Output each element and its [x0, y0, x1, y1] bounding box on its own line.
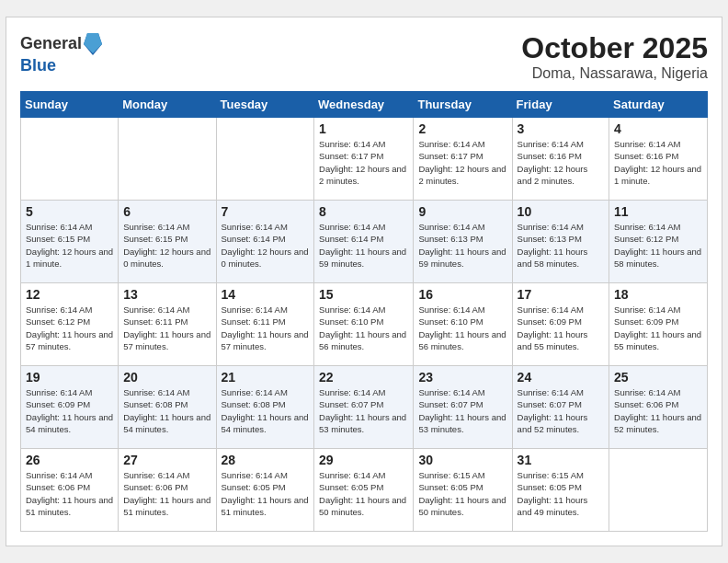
day-number: 10	[518, 204, 604, 219]
day-number: 30	[418, 453, 506, 467]
calendar-cell: 21Sunrise: 6:14 AM Sunset: 6:08 PM Dayli…	[216, 366, 314, 449]
day-info: Sunrise: 6:14 AM Sunset: 6:17 PM Dayligh…	[319, 138, 408, 187]
day-info: Sunrise: 6:14 AM Sunset: 6:13 PM Dayligh…	[418, 221, 506, 270]
title-section: October 2025 Doma, Nassarawa, Nigeria	[521, 31, 708, 82]
day-info: Sunrise: 6:14 AM Sunset: 6:10 PM Dayligh…	[418, 304, 506, 352]
calendar-cell	[609, 449, 708, 532]
calendar-cell: 8Sunrise: 6:14 AM Sunset: 6:14 PM Daylig…	[314, 201, 414, 283]
day-number: 3	[518, 121, 604, 136]
week-row-2: 5Sunrise: 6:14 AM Sunset: 6:15 PM Daylig…	[21, 201, 708, 283]
day-info: Sunrise: 6:14 AM Sunset: 6:09 PM Dayligh…	[614, 304, 702, 352]
week-row-4: 19Sunrise: 6:14 AM Sunset: 6:09 PM Dayli…	[21, 366, 708, 449]
month-title: October 2025	[521, 31, 708, 65]
day-info: Sunrise: 6:14 AM Sunset: 6:09 PM Dayligh…	[518, 304, 604, 352]
day-number: 23	[418, 370, 506, 385]
calendar-grid: SundayMondayTuesdayWednesdayThursdayFrid…	[20, 91, 708, 532]
logo-blue: Blue	[20, 57, 102, 75]
calendar-cell: 25Sunrise: 6:14 AM Sunset: 6:06 PM Dayli…	[609, 366, 708, 449]
calendar-cell: 19Sunrise: 6:14 AM Sunset: 6:09 PM Dayli…	[21, 366, 119, 449]
day-number: 27	[123, 453, 210, 467]
day-number: 6	[123, 204, 210, 219]
day-number: 2	[418, 121, 506, 136]
day-info: Sunrise: 6:14 AM Sunset: 6:07 PM Dayligh…	[319, 386, 408, 435]
day-info: Sunrise: 6:15 AM Sunset: 6:05 PM Dayligh…	[418, 469, 506, 518]
day-info: Sunrise: 6:14 AM Sunset: 6:05 PM Dayligh…	[222, 469, 310, 518]
day-number: 22	[319, 370, 408, 385]
day-info: Sunrise: 6:14 AM Sunset: 6:06 PM Dayligh…	[614, 386, 702, 435]
weekday-header-monday: Monday	[119, 92, 216, 118]
day-number: 13	[123, 287, 210, 302]
day-info: Sunrise: 6:14 AM Sunset: 6:06 PM Dayligh…	[26, 469, 113, 518]
calendar-cell: 9Sunrise: 6:14 AM Sunset: 6:13 PM Daylig…	[414, 201, 512, 283]
day-info: Sunrise: 6:14 AM Sunset: 6:12 PM Dayligh…	[614, 221, 702, 270]
weekday-header-tuesday: Tuesday	[216, 92, 314, 118]
day-number: 14	[222, 287, 310, 302]
day-number: 19	[26, 370, 113, 385]
calendar-cell: 30Sunrise: 6:15 AM Sunset: 6:05 PM Dayli…	[414, 449, 512, 532]
logo-text: General Blue	[20, 31, 102, 75]
day-number: 17	[518, 287, 604, 302]
calendar-cell: 10Sunrise: 6:14 AM Sunset: 6:13 PM Dayli…	[512, 201, 609, 283]
calendar-cell: 3Sunrise: 6:14 AM Sunset: 6:16 PM Daylig…	[512, 118, 609, 201]
calendar-cell: 6Sunrise: 6:14 AM Sunset: 6:15 PM Daylig…	[119, 201, 216, 283]
day-info: Sunrise: 6:15 AM Sunset: 6:05 PM Dayligh…	[518, 469, 604, 518]
weekday-header-wednesday: Wednesday	[314, 92, 414, 118]
calendar-cell: 27Sunrise: 6:14 AM Sunset: 6:06 PM Dayli…	[119, 449, 216, 532]
day-info: Sunrise: 6:14 AM Sunset: 6:15 PM Dayligh…	[26, 221, 113, 270]
calendar-cell: 28Sunrise: 6:14 AM Sunset: 6:05 PM Dayli…	[216, 449, 314, 532]
day-number: 24	[518, 370, 604, 385]
day-number: 31	[518, 453, 604, 467]
day-number: 26	[26, 453, 113, 467]
calendar-cell: 14Sunrise: 6:14 AM Sunset: 6:11 PM Dayli…	[216, 283, 314, 366]
day-number: 25	[614, 370, 702, 385]
day-info: Sunrise: 6:14 AM Sunset: 6:07 PM Dayligh…	[518, 386, 604, 435]
calendar-cell: 15Sunrise: 6:14 AM Sunset: 6:10 PM Dayli…	[314, 283, 414, 366]
day-info: Sunrise: 6:14 AM Sunset: 6:11 PM Dayligh…	[123, 304, 210, 352]
calendar-cell: 24Sunrise: 6:14 AM Sunset: 6:07 PM Dayli…	[512, 366, 609, 449]
day-info: Sunrise: 6:14 AM Sunset: 6:09 PM Dayligh…	[26, 386, 113, 435]
day-number: 15	[319, 287, 408, 302]
calendar-cell	[119, 118, 216, 201]
day-number: 29	[319, 453, 408, 467]
day-info: Sunrise: 6:14 AM Sunset: 6:07 PM Dayligh…	[418, 386, 506, 435]
calendar-cell: 17Sunrise: 6:14 AM Sunset: 6:09 PM Dayli…	[512, 283, 609, 366]
day-number: 16	[418, 287, 506, 302]
location-title: Doma, Nassarawa, Nigeria	[521, 65, 708, 82]
weekday-header-saturday: Saturday	[609, 92, 708, 118]
calendar-cell: 29Sunrise: 6:14 AM Sunset: 6:05 PM Dayli…	[314, 449, 414, 532]
calendar-cell: 23Sunrise: 6:14 AM Sunset: 6:07 PM Dayli…	[414, 366, 512, 449]
day-info: Sunrise: 6:14 AM Sunset: 6:16 PM Dayligh…	[614, 138, 702, 187]
day-info: Sunrise: 6:14 AM Sunset: 6:11 PM Dayligh…	[222, 304, 310, 352]
calendar-cell: 4Sunrise: 6:14 AM Sunset: 6:16 PM Daylig…	[609, 118, 708, 201]
day-info: Sunrise: 6:14 AM Sunset: 6:14 PM Dayligh…	[222, 221, 310, 270]
day-number: 28	[222, 453, 310, 467]
day-number: 20	[123, 370, 210, 385]
calendar-cell	[216, 118, 314, 201]
week-row-1: 1Sunrise: 6:14 AM Sunset: 6:17 PM Daylig…	[21, 118, 708, 201]
weekday-header-sunday: Sunday	[21, 92, 119, 118]
day-info: Sunrise: 6:14 AM Sunset: 6:14 PM Dayligh…	[319, 221, 408, 270]
calendar-cell: 12Sunrise: 6:14 AM Sunset: 6:12 PM Dayli…	[21, 283, 119, 366]
day-info: Sunrise: 6:14 AM Sunset: 6:08 PM Dayligh…	[123, 386, 210, 435]
calendar-cell: 1Sunrise: 6:14 AM Sunset: 6:17 PM Daylig…	[314, 118, 414, 201]
day-info: Sunrise: 6:14 AM Sunset: 6:16 PM Dayligh…	[518, 138, 604, 187]
week-row-5: 26Sunrise: 6:14 AM Sunset: 6:06 PM Dayli…	[21, 449, 708, 532]
day-info: Sunrise: 6:14 AM Sunset: 6:15 PM Dayligh…	[123, 221, 210, 270]
day-info: Sunrise: 6:14 AM Sunset: 6:17 PM Dayligh…	[418, 138, 506, 187]
calendar-cell: 31Sunrise: 6:15 AM Sunset: 6:05 PM Dayli…	[512, 449, 609, 532]
day-info: Sunrise: 6:14 AM Sunset: 6:13 PM Dayligh…	[518, 221, 604, 270]
calendar-cell	[21, 118, 119, 201]
day-info: Sunrise: 6:14 AM Sunset: 6:12 PM Dayligh…	[26, 304, 113, 352]
week-row-3: 12Sunrise: 6:14 AM Sunset: 6:12 PM Dayli…	[21, 283, 708, 366]
calendar-cell: 18Sunrise: 6:14 AM Sunset: 6:09 PM Dayli…	[609, 283, 708, 366]
header-section: General Blue October 2025 Doma, Nassaraw…	[20, 31, 708, 82]
day-number: 7	[222, 204, 310, 219]
day-number: 4	[614, 121, 702, 136]
logo: General Blue	[20, 31, 102, 75]
calendar-cell: 11Sunrise: 6:14 AM Sunset: 6:12 PM Dayli…	[609, 201, 708, 283]
calendar-cell: 20Sunrise: 6:14 AM Sunset: 6:08 PM Dayli…	[119, 366, 216, 449]
calendar-cell: 22Sunrise: 6:14 AM Sunset: 6:07 PM Dayli…	[314, 366, 414, 449]
day-number: 12	[26, 287, 113, 302]
calendar-cell: 13Sunrise: 6:14 AM Sunset: 6:11 PM Dayli…	[119, 283, 216, 366]
weekday-header-thursday: Thursday	[414, 92, 512, 118]
